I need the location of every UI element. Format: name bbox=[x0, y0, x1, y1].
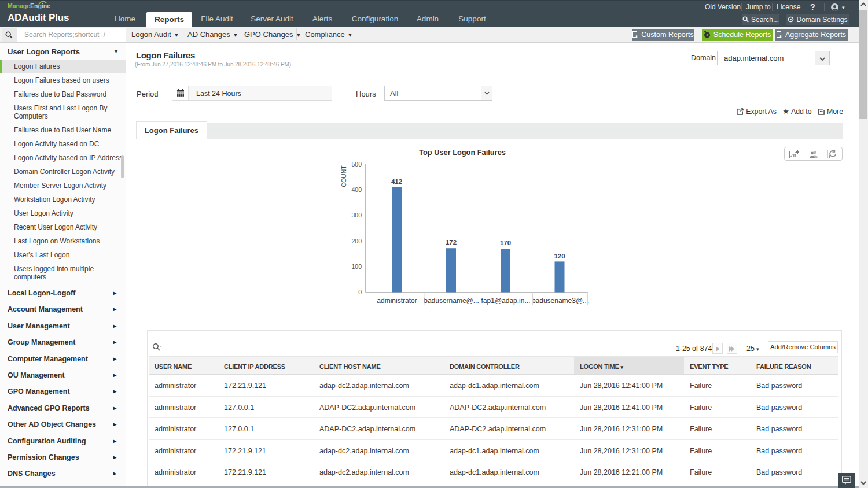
svg-text:170: 170 bbox=[500, 239, 511, 246]
svg-text:Top User Logon Failures: Top User Logon Failures bbox=[419, 148, 506, 157]
svg-text:administrator: administrator bbox=[377, 297, 417, 305]
svg-text:120: 120 bbox=[554, 253, 565, 260]
svg-text:200: 200 bbox=[351, 238, 362, 245]
svg-text:badusename3@...: badusename3@... bbox=[532, 297, 589, 305]
svg-text:400: 400 bbox=[351, 186, 362, 193]
svg-text:COUNT: COUNT bbox=[340, 165, 347, 187]
svg-text:badusername@...: badusername@... bbox=[424, 297, 479, 305]
svg-text:412: 412 bbox=[391, 178, 402, 185]
svg-text:500: 500 bbox=[351, 161, 362, 168]
svg-text:172: 172 bbox=[446, 239, 457, 246]
svg-text:300: 300 bbox=[351, 212, 362, 219]
svg-text:100: 100 bbox=[351, 263, 362, 270]
svg-text:0: 0 bbox=[358, 289, 362, 295]
svg-text:fap1@adap.in...: fap1@adap.in... bbox=[481, 297, 531, 305]
